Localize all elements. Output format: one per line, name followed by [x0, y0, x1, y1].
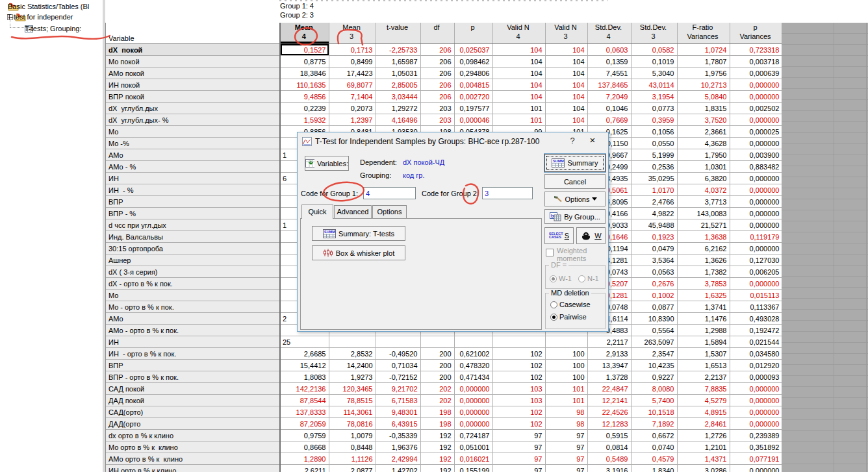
- table-cell[interactable]: 0,000000: [730, 196, 782, 208]
- table-cell[interactable]: 7,1892: [631, 418, 677, 430]
- table-cell[interactable]: 192: [420, 465, 454, 472]
- table-cell[interactable]: 198: [420, 418, 454, 430]
- row-header-cell[interactable]: Ашнер: [106, 255, 280, 266]
- table-cell[interactable]: 0,1713: [329, 44, 376, 56]
- table-cell[interactable]: 4,0372: [677, 184, 730, 196]
- table-cell[interactable]: 263,5097: [631, 336, 677, 348]
- table-cell[interactable]: 1,9756: [677, 68, 730, 79]
- table-cell[interactable]: 97: [492, 441, 545, 453]
- table-cell[interactable]: 10,4235: [631, 360, 677, 371]
- table-cell[interactable]: 1,2890: [280, 453, 329, 465]
- table-cell[interactable]: 3,7520: [677, 114, 730, 126]
- variable-column-header[interactable]: Variable: [106, 23, 280, 44]
- table-cell[interactable]: 103: [492, 395, 545, 406]
- table-cell[interactable]: 104: [492, 68, 545, 79]
- column-header[interactable]: Mean4: [280, 23, 329, 44]
- table-cell[interactable]: 1,5307: [677, 348, 730, 360]
- table-cell[interactable]: 10,2713: [677, 79, 730, 91]
- table-cell[interactable]: 0,9759: [280, 430, 329, 441]
- table-cell[interactable]: 0,006205: [730, 266, 782, 278]
- table-cell[interactable]: 0,0814: [587, 441, 631, 453]
- table-cell[interactable]: 0,5915: [587, 430, 631, 441]
- row-header-cell[interactable]: dx орто в % к клино: [106, 430, 280, 441]
- md-casewise-radio[interactable]: [550, 301, 557, 308]
- table-cell[interactable]: 9,4856: [280, 91, 329, 103]
- table-cell[interactable]: 5,7400: [631, 395, 677, 406]
- table-cell[interactable]: 0,71034: [376, 360, 420, 371]
- table-cell[interactable]: 1,05031: [376, 68, 420, 79]
- table-cell[interactable]: 0,000000: [454, 418, 492, 430]
- table-cell[interactable]: 104: [492, 79, 545, 91]
- table-cell[interactable]: [329, 336, 376, 348]
- table-cell[interactable]: 102: [492, 371, 545, 383]
- table-cell[interactable]: -0,49520: [376, 348, 420, 360]
- table-cell[interactable]: 0,621002: [454, 348, 492, 360]
- table-cell[interactable]: 21,5271: [677, 219, 730, 231]
- table-cell[interactable]: 104: [545, 114, 587, 126]
- table-cell[interactable]: 0,002720: [454, 91, 492, 103]
- row-header-cell[interactable]: dX углубл.дых: [106, 103, 280, 114]
- table-cell[interactable]: 0,015113: [730, 290, 782, 301]
- table-cell[interactable]: 0,294806: [454, 68, 492, 79]
- table-cell[interactable]: 1,42702: [376, 465, 420, 472]
- table-cell[interactable]: 0,000000: [730, 79, 782, 91]
- table-cell[interactable]: 0,000025: [730, 126, 782, 138]
- table-cell[interactable]: 1,1476: [677, 313, 730, 325]
- table-cell[interactable]: 200: [420, 360, 454, 371]
- table-cell[interactable]: 3,7713: [677, 196, 730, 208]
- table-cell[interactable]: 0,002502: [730, 103, 782, 114]
- table-cell[interactable]: 0,025037: [454, 44, 492, 56]
- row-header-cell[interactable]: AMo орто в % к клино: [106, 453, 280, 465]
- row-header-cell[interactable]: ВПР: [106, 360, 280, 371]
- tab-quick[interactable]: Quick: [301, 205, 333, 219]
- table-cell[interactable]: 1,8315: [677, 103, 730, 114]
- row-header-cell[interactable]: AMo: [106, 149, 280, 161]
- table-cell[interactable]: 15,4412: [280, 360, 329, 371]
- table-cell[interactable]: 2,8532: [329, 348, 376, 360]
- table-cell[interactable]: 1,65987: [376, 56, 420, 68]
- table-cell[interactable]: 2,2137: [677, 371, 730, 383]
- table-cell[interactable]: 87,8544: [280, 395, 329, 406]
- table-cell[interactable]: 2,2117: [587, 336, 631, 348]
- table-cell[interactable]: 104: [545, 44, 587, 56]
- table-cell[interactable]: 97: [492, 453, 545, 465]
- row-header-cell[interactable]: AMo: [106, 313, 280, 325]
- table-cell[interactable]: 10,8390: [631, 313, 677, 325]
- table-cell[interactable]: 5,1999: [631, 149, 677, 161]
- table-cell[interactable]: 0,000000: [454, 406, 492, 418]
- table-cell[interactable]: 1,8083: [280, 371, 329, 383]
- table-cell[interactable]: 1,7382: [677, 266, 730, 278]
- table-cell[interactable]: 0,1923: [631, 231, 677, 243]
- tab-advanced[interactable]: Advanced: [334, 205, 372, 218]
- table-cell[interactable]: 0,6672: [631, 430, 677, 441]
- row-header-cell[interactable]: ДАД(орто: [106, 418, 280, 430]
- table-cell[interactable]: 0,000000: [730, 91, 782, 103]
- table-cell[interactable]: 0,0550: [631, 138, 677, 149]
- table-cell[interactable]: [376, 336, 420, 348]
- row-header-cell[interactable]: 30:15 ортопроба: [106, 243, 280, 255]
- table-cell[interactable]: 7,4551: [587, 68, 631, 79]
- table-cell[interactable]: 1,2988: [677, 325, 730, 336]
- table-cell[interactable]: 0,098462: [454, 56, 492, 68]
- table-cell[interactable]: 1,5894: [677, 336, 730, 348]
- table-cell[interactable]: 0,0773: [631, 103, 677, 114]
- column-header[interactable]: Mean3: [329, 23, 376, 44]
- table-cell[interactable]: 78,8515: [329, 395, 376, 406]
- table-cell[interactable]: 0,0563: [631, 266, 677, 278]
- table-cell[interactable]: 2,8461: [677, 418, 730, 430]
- table-cell[interactable]: 1,2101: [677, 441, 730, 453]
- table-cell[interactable]: 0,000000: [730, 173, 782, 184]
- row-header-cell[interactable]: Инд. Валсальвы: [106, 231, 280, 243]
- table-cell[interactable]: 7,1404: [329, 91, 376, 103]
- close-icon[interactable]: ×: [585, 134, 600, 145]
- table-cell[interactable]: 4,16496: [376, 114, 420, 126]
- table-cell[interactable]: 97: [545, 453, 587, 465]
- row-header-cell[interactable]: Mo орто в % к клино: [106, 441, 280, 453]
- table-cell[interactable]: 3,0286: [677, 465, 730, 472]
- table-cell[interactable]: 35,0295: [631, 173, 677, 184]
- table-cell[interactable]: 0,113367: [730, 301, 782, 313]
- table-cell[interactable]: 0,000000: [730, 219, 782, 231]
- table-cell[interactable]: 22,4526: [587, 406, 631, 418]
- row-header-cell[interactable]: Mo: [106, 290, 280, 301]
- table-cell[interactable]: 0,000000: [730, 243, 782, 255]
